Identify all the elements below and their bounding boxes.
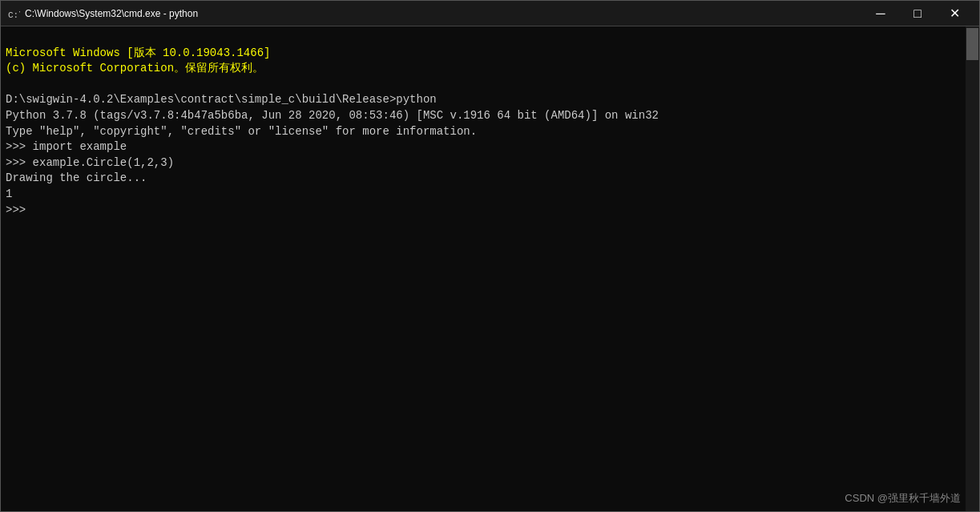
console-line-10: 1	[6, 187, 12, 200]
console-body: Microsoft Windows [版本 10.0.19043.1466] (…	[1, 26, 979, 511]
window-title: C:\Windows\System32\cmd.exe - python	[25, 8, 198, 19]
svg-text:C:\: C:\	[8, 10, 20, 20]
console-line-6: Type "help", "copyright", "credits" or "…	[6, 125, 477, 138]
cmd-window: C:\ C:\Windows\System32\cmd.exe - python…	[0, 0, 980, 512]
minimize-button[interactable]: ─	[862, 1, 899, 26]
close-button[interactable]: ✕	[936, 1, 973, 26]
watermark: CSDN @强里秋千墙外道	[845, 491, 961, 506]
console-line-5: Python 3.7.8 (tags/v3.7.8:4b47a5b6ba, Ju…	[6, 109, 659, 122]
scrollbar-thumb[interactable]	[966, 28, 978, 60]
scrollbar[interactable]	[966, 26, 979, 511]
console-line-11: >>>	[6, 204, 33, 216]
maximize-button[interactable]: □	[899, 1, 936, 26]
console-line-2: (c) Microsoft Corporation。保留所有权利。	[6, 62, 264, 75]
title-bar-controls: ─ □ ✕	[862, 1, 973, 26]
console-output[interactable]: Microsoft Windows [版本 10.0.19043.1466] (…	[1, 26, 966, 511]
console-line-1: Microsoft Windows [版本 10.0.19043.1466]	[6, 46, 270, 59]
console-line-4: D:\swigwin-4.0.2\Examples\contract\simpl…	[6, 93, 437, 106]
console-line-8: >>> example.Circle(1,2,3)	[6, 156, 174, 169]
console-line-9: Drawing the circle...	[6, 171, 147, 184]
title-bar-left: C:\ C:\Windows\System32\cmd.exe - python	[7, 7, 198, 20]
console-line-7: >>> import example	[6, 140, 127, 153]
cmd-icon: C:\	[7, 7, 20, 20]
title-bar: C:\ C:\Windows\System32\cmd.exe - python…	[1, 1, 979, 26]
